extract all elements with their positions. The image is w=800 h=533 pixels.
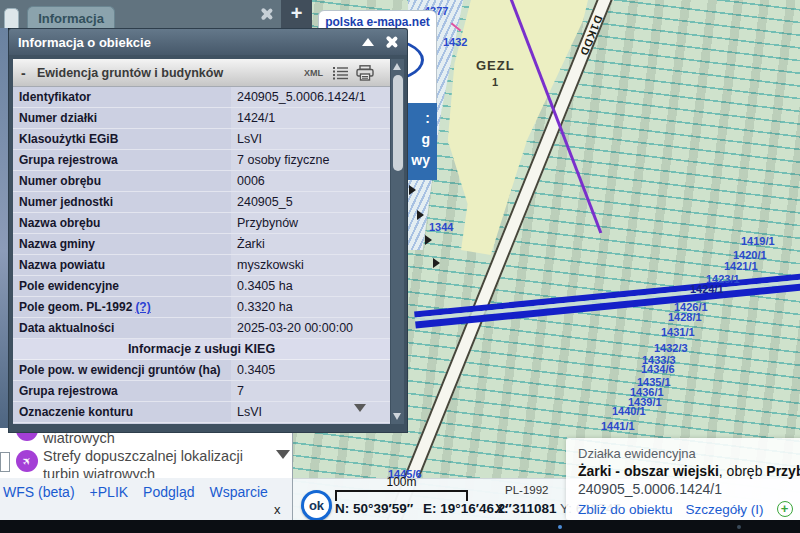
scarp-symbol xyxy=(425,235,432,245)
screen: D1KDD GEZL 1 4377143213441419/11420/1142… xyxy=(0,0,800,533)
parcel-number-label: 1432/3 xyxy=(654,342,688,354)
row-value: 1424/1 xyxy=(231,108,390,128)
toolbar-link[interactable]: Wsparcie xyxy=(210,484,268,500)
parcel-number-label: 1440/1 xyxy=(612,405,646,417)
coord-n: N: 50°39′59″ xyxy=(335,501,413,516)
parcel-number-label: 1428/1 xyxy=(668,311,702,323)
info-row: Numer jednostki240905_5 xyxy=(13,192,390,213)
left-panel-edge xyxy=(0,28,8,433)
row-value: 2025-03-20 00:00:00 xyxy=(231,318,390,338)
layer-item-label[interactable]: turbin wiatrowych xyxy=(43,466,155,478)
dialog-title: Informacja o obiekcie xyxy=(18,35,362,50)
row-label: Grupa rejestrowa xyxy=(13,153,231,167)
row-label: Grupa rejestrowa xyxy=(13,384,231,398)
info-row: Identyfikator240905_5.0006.1424/1 xyxy=(13,87,390,108)
row-label: Oznaczenie konturu xyxy=(13,405,231,419)
section-header[interactable]: - Ewidencja gruntów i budynków XML xyxy=(13,59,390,87)
row-value: LsVI xyxy=(231,402,390,422)
background-tab[interactable] xyxy=(4,8,19,28)
object-info-dialog: Informacja o obiekcie - Ewidencja gruntó… xyxy=(8,28,408,433)
dialog-scrollbar[interactable] xyxy=(391,59,404,424)
taskbar-icon[interactable] xyxy=(737,525,741,529)
tab-informacja[interactable]: Informacja xyxy=(27,6,115,28)
parcel-id: 240905_5.0006.1424/1 xyxy=(578,481,800,497)
parcel-info-box: Działka ewidencyjna Żarki - obszar wiejs… xyxy=(566,438,800,520)
close-icon[interactable] xyxy=(384,35,398,49)
parcel-number-label: 1421/1 xyxy=(724,260,758,272)
parcel-number-label: 1344 xyxy=(429,221,453,233)
row-value: 240905_5 xyxy=(231,192,390,212)
add-icon[interactable]: + xyxy=(777,501,793,517)
parcel-location: Żarki - obszar wiejski, obręb Przybynów xyxy=(578,463,800,479)
row-value: 0.3320 ha xyxy=(231,297,390,317)
scarp-symbol xyxy=(409,185,416,195)
xml-button[interactable]: XML xyxy=(304,68,323,78)
dialog-titlebar[interactable]: Informacja o obiekcie xyxy=(8,28,408,55)
ok-button[interactable]: ok xyxy=(301,490,332,521)
minimize-icon[interactable] xyxy=(362,38,374,46)
wind-turbine-layer-icon: ✈ xyxy=(16,450,38,472)
scroll-down-icon[interactable] xyxy=(393,413,401,420)
row-value: 7 xyxy=(231,381,390,401)
toolbar-links: WFS (beta)+PLIKPodglądWsparcie xyxy=(0,478,292,500)
parcel-number-label: 1432 xyxy=(443,36,467,48)
info-row: Nazwa obrębuPrzybynów xyxy=(13,213,390,234)
print-icon[interactable] xyxy=(356,65,374,81)
row-value: 240905_5.0006.1424/1 xyxy=(231,87,390,107)
crs-label: PL-1992 xyxy=(505,484,548,496)
panel-close-button[interactable]: x xyxy=(274,502,281,517)
land-class-number: 1 xyxy=(492,76,498,88)
row-value: LsVI xyxy=(231,129,390,149)
toolbar-link[interactable]: WFS (beta) xyxy=(3,484,75,500)
taskbar[interactable] xyxy=(0,520,800,533)
row-label: Klasoużytki EGiB xyxy=(13,132,231,146)
kieg-subsection-header: Informacje z usługi KIEG xyxy=(13,339,390,360)
help-link[interactable]: (?) xyxy=(135,300,150,314)
obreb-name: Przybynów xyxy=(766,463,800,479)
obreb-separator: , obręb xyxy=(719,463,766,479)
toolbar-link[interactable]: Podgląd xyxy=(143,484,194,500)
row-label: Numer jednostki xyxy=(13,195,231,209)
info-row: Numer obrębu0006 xyxy=(13,171,390,192)
section-title: Ewidencja gruntów i budynków xyxy=(37,66,304,80)
toolbar-link[interactable]: +PLIK xyxy=(90,484,129,500)
info-row: Oznaczenie konturuLsVI xyxy=(13,402,390,423)
gmina-name: Żarki - obszar wiejski xyxy=(578,463,719,479)
taskbar-icon[interactable] xyxy=(558,525,562,529)
collapse-icon[interactable]: - xyxy=(21,65,37,81)
row-label: Nazwa powiatu xyxy=(13,258,231,272)
list-icon[interactable] xyxy=(333,66,348,80)
details-link[interactable]: Szczegóły (I) xyxy=(686,502,764,517)
row-value: 7 osoby fizyczne xyxy=(231,150,390,170)
bottom-toolbar: WFS (beta)+PLIKPodglądWsparcie x xyxy=(0,478,293,520)
row-label: Numer obrębu xyxy=(13,174,231,188)
info-row: Data aktualności2025-03-20 00:00:00 xyxy=(13,318,390,339)
info-row: Pole geom. PL-1992(?)0.3320 ha xyxy=(13,297,390,318)
scrollbar-thumb[interactable] xyxy=(393,75,403,171)
info-row: Nazwa powiatumyszkowski xyxy=(13,255,390,276)
info-row: Klasoużytki EGiBLsVI xyxy=(13,129,390,150)
info-row: Pole pow. w ewidencji gruntów (ha)0.3405 xyxy=(13,360,390,381)
panel-expand-icon[interactable] xyxy=(276,450,290,459)
parcel-number-label: 1434/6 xyxy=(641,363,675,375)
scarp-symbol xyxy=(417,210,424,220)
zoom-to-object-link[interactable]: Zbliż do obiektu xyxy=(578,502,673,517)
row-label: Pole pow. w ewidencji gruntów (ha) xyxy=(13,363,231,377)
add-tab-button[interactable]: + xyxy=(281,0,312,28)
close-tabs-icon[interactable] xyxy=(258,6,274,22)
row-value: Żarki xyxy=(231,234,390,254)
parcel-actions: Zbliż do obiektu Szczegóły (I) + In xyxy=(578,501,800,517)
dialog-content: - Ewidencja gruntów i budynków XML Ident… xyxy=(13,59,390,424)
parcel-number-label: 1419/1 xyxy=(741,235,775,247)
scroll-up-icon[interactable] xyxy=(393,63,401,70)
scarp-symbol xyxy=(433,258,440,268)
scroll-more-icon[interactable] xyxy=(354,404,366,412)
layer-item-label[interactable]: Strefy dopuszczalnej lokalizacji xyxy=(43,448,243,464)
hidden-checkbox[interactable] xyxy=(0,452,10,472)
row-label: Nazwa gminy xyxy=(13,237,231,251)
row-label: Pole geom. PL-1992(?) xyxy=(13,300,231,314)
info-row: Grupa rejestrowa7 xyxy=(13,381,390,402)
row-label: Numer działki xyxy=(13,111,231,125)
row-value: 0006 xyxy=(231,171,390,191)
site-logo-text: polska e-mapa.net xyxy=(319,15,436,29)
